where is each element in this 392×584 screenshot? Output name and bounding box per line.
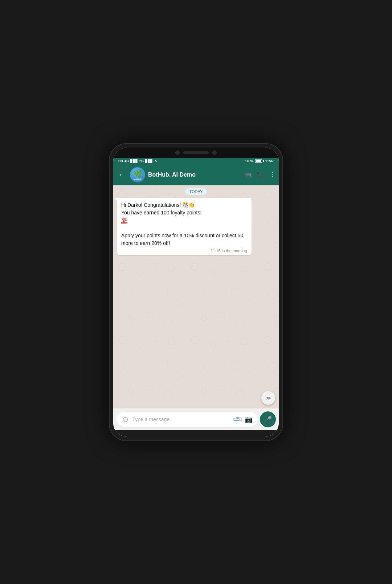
emoji-button[interactable]: ☺ — [121, 415, 129, 424]
camera-button[interactable]: 📷 — [245, 415, 253, 423]
battery-percent: 100% — [245, 159, 253, 163]
date-badge-container: TODAY — [113, 185, 279, 196]
camera-notch-right — [212, 150, 217, 155]
hundred-emoji: 💯 — [121, 217, 127, 223]
menu-button[interactable]: ⋮ — [269, 171, 275, 178]
phone-screen: HD 4G ▊▊▊ 2G ▊▊▊ ∿ 100% 11:37 ← — [113, 148, 279, 437]
attach-button[interactable]: 📎 — [232, 414, 243, 425]
chat-header: ← 🌿 bothub BotHub. AI Demo 📹 📞 ⋮ — [113, 164, 279, 185]
header-actions: 📹 📞 ⋮ — [245, 171, 275, 178]
hd-indicator: HD — [118, 159, 123, 163]
status-right: 100% 11:37 — [245, 159, 274, 163]
date-badge: TODAY — [185, 188, 207, 195]
message-list: Hi Darko! Congratulations! 🎊👏 You have e… — [113, 196, 279, 258]
network-4g: 4G — [124, 159, 129, 163]
phone-frame: HD 4G ▊▊▊ 2G ▊▊▊ ∿ 100% 11:37 ← — [109, 143, 283, 441]
back-button[interactable]: ← — [117, 170, 127, 180]
avatar-logo: 🌿 — [133, 169, 142, 178]
contact-info: BotHub. AI Demo — [148, 172, 242, 178]
chat-body: TODAY Hi Darko! Congratulations! 🎊👏 You … — [113, 185, 279, 408]
phone-bottom-bar — [113, 430, 279, 437]
camera-notch — [175, 150, 180, 155]
message-input[interactable]: Type a message — [132, 416, 231, 422]
chat-input-area: ☺ Type a message 📎 📷 🎤 — [113, 408, 279, 430]
network-2g: 2G — [139, 159, 144, 163]
message-input-box[interactable]: ☺ Type a message 📎 📷 — [116, 412, 258, 427]
signal-bars-2: ▊▊▊ — [145, 159, 153, 163]
battery-fill — [256, 160, 261, 162]
battery-body — [255, 159, 262, 163]
signal-bars-1: ▊▊▊ — [130, 159, 138, 163]
voice-call-button[interactable]: 📞 — [257, 171, 264, 178]
chevron-down-icon: ≫ — [266, 395, 271, 401]
avatar-inner: 🌿 bothub — [130, 167, 145, 182]
time-display: 11:37 — [265, 159, 274, 163]
mic-button[interactable]: 🎤 — [260, 411, 276, 427]
mic-icon: 🎤 — [264, 415, 272, 423]
battery-icon — [255, 159, 264, 163]
speaker — [183, 151, 209, 154]
video-call-button[interactable]: 📹 — [245, 171, 252, 178]
message-text: Hi Darko! Congratulations! 🎊👏 You have e… — [121, 201, 247, 247]
battery-tip — [263, 160, 264, 162]
message-line3: Apply your points now for a 10% discount… — [121, 233, 243, 246]
wifi-icon: ∿ — [154, 159, 157, 163]
message-line1: Hi Darko! Congratulations! 🎊👏 — [121, 202, 195, 208]
message-bubble: Hi Darko! Congratulations! 🎊👏 You have e… — [117, 198, 252, 255]
contact-name: BotHub. AI Demo — [148, 172, 242, 178]
scroll-down-button[interactable]: ≫ — [261, 391, 275, 405]
contact-avatar[interactable]: 🌿 bothub — [130, 167, 145, 182]
message-timestamp: 11:16 in the morning — [121, 249, 247, 253]
phone-notch — [113, 148, 279, 158]
message-line2: You have earned 100 loyalty points! — [121, 210, 201, 216]
status-bar: HD 4G ▊▊▊ 2G ▊▊▊ ∿ 100% 11:37 — [113, 158, 279, 164]
status-left: HD 4G ▊▊▊ 2G ▊▊▊ ∿ — [118, 159, 157, 163]
